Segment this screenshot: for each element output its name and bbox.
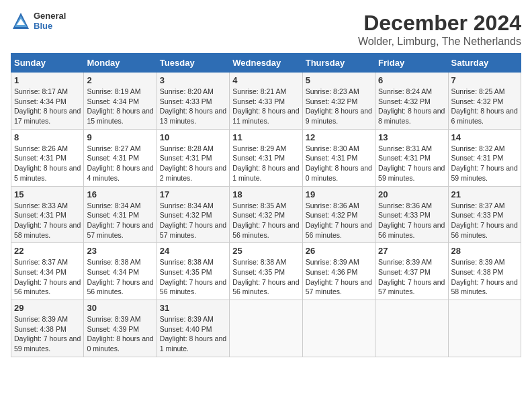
day-info: Sunrise: 8:33 AMSunset: 4:31 PMDaylight:…: [14, 201, 81, 240]
day-info: Sunrise: 8:36 AMSunset: 4:33 PMDaylight:…: [378, 201, 445, 240]
page-header: General Blue December 2024 Wolder, Limbu…: [11, 11, 521, 48]
day-header-tuesday: Tuesday: [157, 54, 229, 73]
day-header-sunday: Sunday: [11, 54, 84, 73]
day-header-thursday: Thursday: [302, 54, 375, 73]
calendar-table: SundayMondayTuesdayWednesdayThursdayFrid…: [11, 53, 521, 357]
day-number: 22: [14, 246, 81, 256]
day-number: 28: [451, 246, 518, 256]
calendar-cell: 2Sunrise: 8:19 AMSunset: 4:34 PMDaylight…: [84, 73, 157, 130]
day-info: Sunrise: 8:23 AMSunset: 4:32 PMDaylight:…: [306, 87, 372, 126]
day-number: 7: [451, 75, 518, 85]
logo-icon: [11, 11, 31, 31]
day-info: Sunrise: 8:39 AMSunset: 4:39 PMDaylight:…: [87, 314, 153, 354]
day-info: Sunrise: 8:19 AMSunset: 4:34 PMDaylight:…: [87, 87, 153, 126]
day-info: Sunrise: 8:27 AMSunset: 4:31 PMDaylight:…: [87, 144, 153, 183]
calendar-cell: [230, 300, 302, 357]
day-info: Sunrise: 8:32 AMSunset: 4:31 PMDaylight:…: [451, 144, 518, 183]
calendar-cell: 11Sunrise: 8:29 AMSunset: 4:31 PMDayligh…: [230, 129, 302, 186]
calendar-cell: 15Sunrise: 8:33 AMSunset: 4:31 PMDayligh…: [11, 186, 84, 243]
calendar-cell: 28Sunrise: 8:39 AMSunset: 4:38 PMDayligh…: [448, 243, 521, 300]
calendar-cell: 31Sunrise: 8:39 AMSunset: 4:40 PMDayligh…: [157, 300, 229, 357]
calendar-cell: 6Sunrise: 8:24 AMSunset: 4:32 PMDaylight…: [375, 73, 448, 130]
calendar-cell: 7Sunrise: 8:25 AMSunset: 4:32 PMDaylight…: [448, 73, 521, 130]
day-number: 1: [14, 75, 81, 85]
calendar-cell: 23Sunrise: 8:38 AMSunset: 4:34 PMDayligh…: [84, 243, 157, 300]
calendar-cell: [448, 300, 521, 357]
day-number: 25: [232, 246, 299, 256]
day-header-monday: Monday: [84, 54, 157, 73]
day-info: Sunrise: 8:26 AMSunset: 4:31 PMDaylight:…: [14, 144, 81, 183]
week-row-4: 22Sunrise: 8:37 AMSunset: 4:34 PMDayligh…: [11, 243, 521, 300]
day-number: 31: [160, 303, 226, 313]
day-info: Sunrise: 8:30 AMSunset: 4:31 PMDaylight:…: [306, 144, 372, 183]
day-info: Sunrise: 8:39 AMSunset: 4:37 PMDaylight:…: [378, 257, 445, 297]
day-number: 5: [306, 75, 372, 85]
day-number: 6: [378, 75, 445, 85]
day-info: Sunrise: 8:39 AMSunset: 4:38 PMDaylight:…: [14, 314, 81, 354]
day-number: 15: [14, 189, 81, 199]
day-number: 23: [87, 246, 153, 256]
day-info: Sunrise: 8:17 AMSunset: 4:34 PMDaylight:…: [14, 87, 81, 126]
day-number: 29: [14, 303, 81, 313]
day-info: Sunrise: 8:24 AMSunset: 4:32 PMDaylight:…: [378, 87, 445, 126]
calendar-cell: 13Sunrise: 8:31 AMSunset: 4:31 PMDayligh…: [375, 129, 448, 186]
day-number: 3: [160, 75, 226, 85]
calendar-cell: 27Sunrise: 8:39 AMSunset: 4:37 PMDayligh…: [375, 243, 448, 300]
day-number: 27: [378, 246, 445, 256]
day-number: 16: [87, 189, 153, 199]
day-header-saturday: Saturday: [448, 54, 521, 73]
day-number: 4: [232, 75, 299, 85]
calendar-cell: 9Sunrise: 8:27 AMSunset: 4:31 PMDaylight…: [84, 129, 157, 186]
day-info: Sunrise: 8:34 AMSunset: 4:31 PMDaylight:…: [87, 201, 153, 240]
calendar-cell: 8Sunrise: 8:26 AMSunset: 4:31 PMDaylight…: [11, 129, 84, 186]
day-info: Sunrise: 8:38 AMSunset: 4:35 PMDaylight:…: [160, 257, 226, 297]
day-number: 17: [160, 189, 226, 199]
day-number: 9: [87, 132, 153, 142]
day-header-friday: Friday: [375, 54, 448, 73]
day-number: 8: [14, 132, 81, 142]
calendar-cell: 4Sunrise: 8:21 AMSunset: 4:33 PMDaylight…: [230, 73, 302, 130]
month-title: December 2024: [358, 11, 521, 36]
day-info: Sunrise: 8:38 AMSunset: 4:35 PMDaylight:…: [232, 257, 299, 297]
logo-blue-text: Blue: [34, 21, 66, 31]
calendar-cell: 26Sunrise: 8:39 AMSunset: 4:36 PMDayligh…: [302, 243, 375, 300]
week-row-5: 29Sunrise: 8:39 AMSunset: 4:38 PMDayligh…: [11, 300, 521, 357]
day-number: 24: [160, 246, 226, 256]
day-number: 14: [451, 132, 518, 142]
day-info: Sunrise: 8:20 AMSunset: 4:33 PMDaylight:…: [160, 87, 226, 126]
calendar-cell: [302, 300, 375, 357]
day-number: 12: [306, 132, 372, 142]
calendar-cell: 16Sunrise: 8:34 AMSunset: 4:31 PMDayligh…: [84, 186, 157, 243]
day-number: 26: [306, 246, 372, 256]
calendar-cell: 24Sunrise: 8:38 AMSunset: 4:35 PMDayligh…: [157, 243, 229, 300]
day-number: 30: [87, 303, 153, 313]
calendar-cell: 18Sunrise: 8:35 AMSunset: 4:32 PMDayligh…: [230, 186, 302, 243]
calendar-cell: 12Sunrise: 8:30 AMSunset: 4:31 PMDayligh…: [302, 129, 375, 186]
day-info: Sunrise: 8:34 AMSunset: 4:32 PMDaylight:…: [160, 201, 226, 240]
day-number: 10: [160, 132, 226, 142]
week-row-2: 8Sunrise: 8:26 AMSunset: 4:31 PMDaylight…: [11, 129, 521, 186]
day-info: Sunrise: 8:25 AMSunset: 4:32 PMDaylight:…: [451, 87, 518, 126]
day-info: Sunrise: 8:31 AMSunset: 4:31 PMDaylight:…: [378, 144, 445, 183]
day-info: Sunrise: 8:29 AMSunset: 4:31 PMDaylight:…: [232, 144, 299, 183]
day-info: Sunrise: 8:21 AMSunset: 4:33 PMDaylight:…: [232, 87, 299, 126]
calendar-cell: 1Sunrise: 8:17 AMSunset: 4:34 PMDaylight…: [11, 73, 84, 130]
calendar-cell: [375, 300, 448, 357]
day-info: Sunrise: 8:39 AMSunset: 4:36 PMDaylight:…: [306, 257, 372, 297]
day-number: 20: [378, 189, 445, 199]
location-title: Wolder, Limburg, The Netherlands: [358, 36, 521, 48]
week-row-3: 15Sunrise: 8:33 AMSunset: 4:31 PMDayligh…: [11, 186, 521, 243]
day-number: 11: [232, 132, 299, 142]
logo-general-text: General: [34, 11, 66, 21]
calendar-cell: 19Sunrise: 8:36 AMSunset: 4:32 PMDayligh…: [302, 186, 375, 243]
calendar-cell: 10Sunrise: 8:28 AMSunset: 4:31 PMDayligh…: [157, 129, 229, 186]
day-info: Sunrise: 8:39 AMSunset: 4:40 PMDaylight:…: [160, 314, 226, 354]
day-number: 19: [306, 189, 372, 199]
calendar-cell: 25Sunrise: 8:38 AMSunset: 4:35 PMDayligh…: [230, 243, 302, 300]
day-info: Sunrise: 8:35 AMSunset: 4:32 PMDaylight:…: [232, 201, 299, 240]
calendar-cell: 29Sunrise: 8:39 AMSunset: 4:38 PMDayligh…: [11, 300, 84, 357]
day-header-wednesday: Wednesday: [230, 54, 302, 73]
day-number: 21: [451, 189, 518, 199]
day-info: Sunrise: 8:37 AMSunset: 4:33 PMDaylight:…: [451, 201, 518, 240]
day-info: Sunrise: 8:39 AMSunset: 4:38 PMDaylight:…: [451, 257, 518, 297]
